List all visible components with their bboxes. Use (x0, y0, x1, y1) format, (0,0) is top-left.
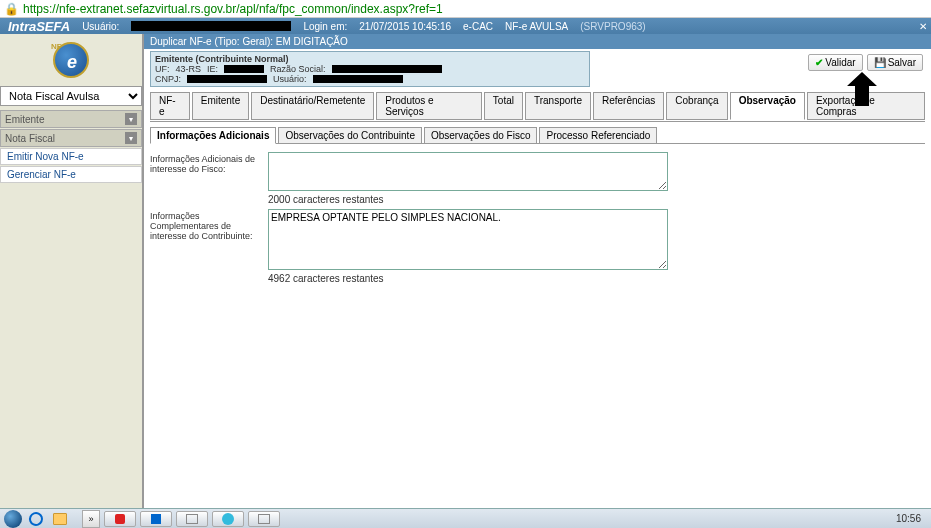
taskbar-app-1[interactable] (104, 511, 136, 527)
tab-label: Referências (602, 95, 655, 106)
tab-label: Transporte (534, 95, 582, 106)
tab-label: Cobrança (675, 95, 718, 106)
tab-produtos[interactable]: Produtos e Serviços (376, 92, 482, 120)
check-icon: ✔ (815, 57, 823, 68)
module-select[interactable]: Nota Fiscal Avulsa (0, 86, 142, 106)
contrib-label: Informações Complementares de interesse … (150, 209, 260, 241)
uf-label: UF: (155, 64, 170, 74)
subtab-processo-ref[interactable]: Processo Referenciado (539, 127, 657, 144)
sub-tabs: Informações Adicionais Observações do Co… (144, 122, 931, 143)
nfe-avulsa-link[interactable]: NF-e AVULSA (505, 21, 568, 32)
taskbar-app-2[interactable] (140, 511, 172, 527)
sidebar: Nota Fiscal Avulsa Emitente ▾ Nota Fisca… (0, 34, 144, 508)
page-title: Duplicar NF-e (Tipo: Geral): EM DIGITAÇÃ… (150, 36, 348, 47)
tab-referencias[interactable]: Referências (593, 92, 664, 120)
validar-button[interactable]: ✔ Validar (808, 54, 862, 71)
emitente-info-box: Emitente (Contribuinte Normal) UF: 43-RS… (150, 51, 590, 87)
tab-label: Produtos e Serviços (385, 95, 433, 117)
close-icon[interactable]: ✕ (919, 21, 927, 32)
subtab-label: Informações Adicionais (157, 130, 269, 141)
sidebar-item-emitir-nova[interactable]: Emitir Nova NF-e (0, 148, 142, 165)
form-area: Informações Adicionais de interesse do F… (144, 144, 931, 296)
tab-observacao[interactable]: Observação (730, 92, 805, 120)
taskbar-ie-icon[interactable] (26, 511, 46, 527)
tab-label: Destinatário/Remetente (260, 95, 365, 106)
taskbar-app-5[interactable] (248, 511, 280, 527)
fisco-char-count: 2000 caracteres restantes (268, 194, 668, 205)
razao-value-redacted (332, 65, 442, 73)
save-icon: 💾 (874, 57, 886, 68)
taskbar-folder-icon[interactable] (50, 511, 70, 527)
ie-label: IE: (207, 64, 218, 74)
ecac-link[interactable]: e-CAC (463, 21, 493, 32)
page-title-bar: Duplicar NF-e (Tipo: Geral): EM DIGITAÇÃ… (144, 34, 931, 49)
taskbar-app-4[interactable] (212, 511, 244, 527)
subtab-obs-fisco[interactable]: Observações do Fisco (424, 127, 538, 144)
start-button[interactable] (4, 510, 22, 528)
annotation-arrow-icon (847, 72, 877, 106)
login-label: Login em: (303, 21, 347, 32)
brand-text: IntraSEFA (8, 19, 70, 34)
tab-label: Emitente (201, 95, 240, 106)
sidebar-section-label: Emitente (5, 114, 44, 125)
sidebar-section-nota-fiscal[interactable]: Nota Fiscal ▾ (0, 129, 142, 147)
subtab-obs-contribuinte[interactable]: Observações do Contribuinte (278, 127, 422, 144)
usuario-label: Usuário: (273, 74, 307, 84)
url-text: https://nfe-extranet.sefazvirtual.rs.gov… (23, 2, 443, 16)
sidebar-section-label: Nota Fiscal (5, 133, 55, 144)
sidebar-item-gerenciar[interactable]: Gerenciar NF-e (0, 166, 142, 183)
usuario-value-redacted (313, 75, 403, 83)
fisco-label: Informações Adicionais de interesse do F… (150, 152, 260, 174)
chevron-down-icon: ▾ (125, 132, 137, 144)
sidebar-section-emitente[interactable]: Emitente ▾ (0, 110, 142, 128)
tab-label: NF-e (159, 95, 176, 117)
content-area: Duplicar NF-e (Tipo: Geral): EM DIGITAÇÃ… (144, 34, 931, 508)
button-label: Validar (825, 57, 855, 68)
tab-cobranca[interactable]: Cobrança (666, 92, 727, 120)
contrib-char-count: 4962 caracteres restantes (268, 273, 668, 284)
cnpj-value-redacted (187, 75, 267, 83)
url-bar[interactable]: 🔒 https://nfe-extranet.sefazvirtual.rs.g… (0, 0, 931, 18)
salvar-button[interactable]: 💾 Salvar (867, 54, 923, 71)
taskbar-app-3[interactable] (176, 511, 208, 527)
emitente-title: Emitente (Contribuinte Normal) (155, 54, 289, 64)
subtab-label: Observações do Contribuinte (285, 130, 415, 141)
uf-value: 43-RS (176, 64, 202, 74)
tab-destinatario[interactable]: Destinatário/Remetente (251, 92, 374, 120)
subtab-info-adicionais[interactable]: Informações Adicionais (150, 127, 276, 144)
cnpj-label: CNPJ: (155, 74, 181, 84)
tab-transporte[interactable]: Transporte (525, 92, 591, 120)
tab-label: Total (493, 95, 514, 106)
app-header: IntraSEFA Usuário: Login em: 21/07/2015 … (0, 18, 931, 34)
tab-emitente[interactable]: Emitente (192, 92, 249, 120)
taskbar-chevron-icon[interactable]: » (82, 510, 100, 528)
taskbar-clock: 10:56 (896, 513, 927, 524)
nfe-logo-icon (53, 42, 89, 78)
button-label: Salvar (888, 57, 916, 68)
tab-label: Observação (739, 95, 796, 106)
fisco-textarea[interactable] (268, 152, 668, 191)
taskbar[interactable]: » 10:56 (0, 508, 931, 528)
razao-label: Razão Social: (270, 64, 326, 74)
usuario-label: Usuário: (82, 21, 119, 32)
ie-value-redacted (224, 65, 264, 73)
lock-icon: 🔒 (4, 2, 19, 16)
sidebar-item-label: Emitir Nova NF-e (7, 151, 84, 162)
server-id: (SRVPRO963) (580, 21, 645, 32)
contrib-textarea[interactable] (268, 209, 668, 270)
logo-box (0, 34, 142, 86)
usuario-value-redacted (131, 21, 291, 31)
subtab-label: Processo Referenciado (546, 130, 650, 141)
sidebar-item-label: Gerenciar NF-e (7, 169, 76, 180)
tab-nfe[interactable]: NF-e (150, 92, 190, 120)
login-time: 21/07/2015 10:45:16 (359, 21, 451, 32)
subtab-label: Observações do Fisco (431, 130, 531, 141)
action-buttons: ✔ Validar 💾 Salvar (808, 54, 923, 71)
main-tabs: NF-e Emitente Destinatário/Remetente Pro… (144, 91, 931, 119)
chevron-down-icon: ▾ (125, 113, 137, 125)
tab-total[interactable]: Total (484, 92, 523, 120)
